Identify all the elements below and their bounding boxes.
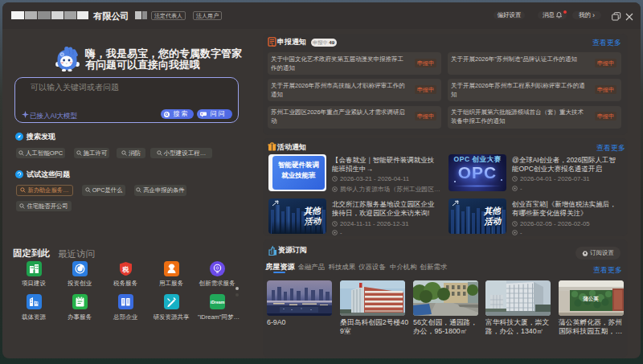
svg-text:蒲公英: 蒲公英 [582, 296, 599, 302]
svg-text:iDream: iDream [210, 300, 224, 305]
svg-text:税: 税 [121, 265, 129, 272]
